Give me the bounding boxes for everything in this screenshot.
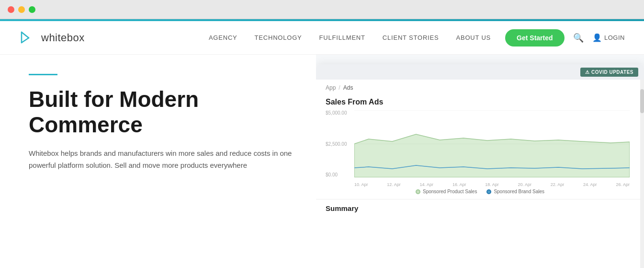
breadcrumb-current: Ads [343, 84, 353, 91]
y-label-mid: $2,500.00 [326, 141, 354, 147]
chart-svg [354, 110, 630, 177]
legend-label-product: Sponsored Product Sales [423, 189, 477, 194]
chart-area [354, 110, 630, 177]
y-label-top: $5,000.00 [326, 110, 354, 116]
nav-links: AGENCY TECHNOLOGY FULFILLMENT CLIENT STO… [209, 34, 491, 41]
search-button[interactable]: 🔍 [573, 33, 584, 43]
login-label: LOGIN [604, 34, 625, 41]
dashboard-top-bar: ⚠ COVID UPDATES [316, 64, 644, 80]
legend-item-product: Sponsored Product Sales [416, 189, 477, 194]
logo[interactable]: whitebox [19, 28, 85, 47]
x-label-6: 22. Apr [551, 182, 565, 187]
chart-y-labels: $5,000.00 $2,500.00 $0.00 [326, 110, 354, 177]
breadcrumb-app[interactable]: App [326, 84, 336, 91]
chart-x-labels: 10. Apr 12. Apr 14. Apr 16. Apr 18. Apr … [354, 182, 630, 187]
nav-technology[interactable]: TECHNOLOGY [255, 34, 302, 41]
chart-section: Sales From Ads $5,000.00 $2,500.00 $0.00 [316, 93, 644, 199]
breadcrumb-separator: / [339, 84, 340, 91]
breadcrumb: App / Ads [316, 80, 644, 93]
svg-line-1 [22, 38, 29, 43]
login-link[interactable]: 👤 LOGIN [592, 33, 625, 42]
covid-badge[interactable]: ⚠ COVID UPDATES [580, 68, 639, 77]
x-label-0: 10. Apr [354, 182, 368, 187]
header: whitebox AGENCY TECHNOLOGY FULFILLMENT C… [0, 21, 644, 55]
browser-chrome [0, 0, 644, 19]
dashboard-panel: ⚠ COVID UPDATES App / Ads Sales From Ads… [316, 64, 644, 268]
user-icon: 👤 [592, 33, 602, 42]
hero-title: Built for Modern Commerce [29, 87, 297, 138]
logo-icon [19, 28, 38, 47]
nav-agency[interactable]: AGENCY [209, 34, 237, 41]
svg-line-0 [22, 32, 29, 38]
x-label-2: 14. Apr [420, 182, 434, 187]
legend-dot-product [416, 189, 420, 194]
x-label-7: 24. Apr [583, 182, 597, 187]
header-actions: Get Started 🔍 👤 LOGIN [505, 29, 625, 47]
scrollbar-thumb[interactable] [640, 89, 644, 113]
dashboard-preview: ⚠ COVID UPDATES App / Ads Sales From Ads… [316, 55, 644, 268]
main-content: Built for Modern Commerce Whitebox helps… [0, 55, 644, 268]
nav-client-stories[interactable]: CLIENT STORIES [383, 34, 439, 41]
y-label-bot: $0.00 [326, 172, 354, 177]
summary-section: Summary [316, 199, 644, 217]
nav-about-us[interactable]: ABOUT US [456, 34, 491, 41]
search-icon: 🔍 [573, 33, 584, 43]
legend-dot-brand [486, 189, 491, 194]
shield-icon: ⚠ [585, 70, 590, 75]
chart-legend: Sponsored Product Sales Sponsored Brand … [326, 189, 634, 194]
x-label-8: 26. Apr [616, 182, 630, 187]
hero-accent-line [29, 74, 57, 75]
get-started-button[interactable]: Get Started [505, 29, 564, 47]
chart-title: Sales From Ads [326, 98, 634, 106]
browser-dot-maximize[interactable] [29, 6, 35, 13]
x-label-3: 16. Apr [452, 182, 466, 187]
x-label-4: 18. Apr [485, 182, 499, 187]
hero-section: Built for Modern Commerce Whitebox helps… [0, 55, 316, 268]
hero-description: Whitebox helps brands and manufacturers … [29, 147, 297, 172]
browser-dot-close[interactable] [8, 6, 14, 13]
browser-dot-minimize[interactable] [18, 6, 25, 13]
nav-fulfillment[interactable]: FULFILLMENT [319, 34, 365, 41]
summary-title: Summary [326, 204, 634, 212]
x-label-5: 20. Apr [518, 182, 531, 187]
logo-text: whitebox [41, 32, 85, 44]
legend-label-brand: Sponsored Brand Sales [494, 189, 544, 194]
scrollbar-track[interactable] [640, 80, 644, 268]
chart-container: $5,000.00 $2,500.00 $0.00 [326, 110, 634, 187]
x-label-1: 12. Apr [387, 182, 401, 187]
legend-item-brand: Sponsored Brand Sales [486, 189, 544, 194]
